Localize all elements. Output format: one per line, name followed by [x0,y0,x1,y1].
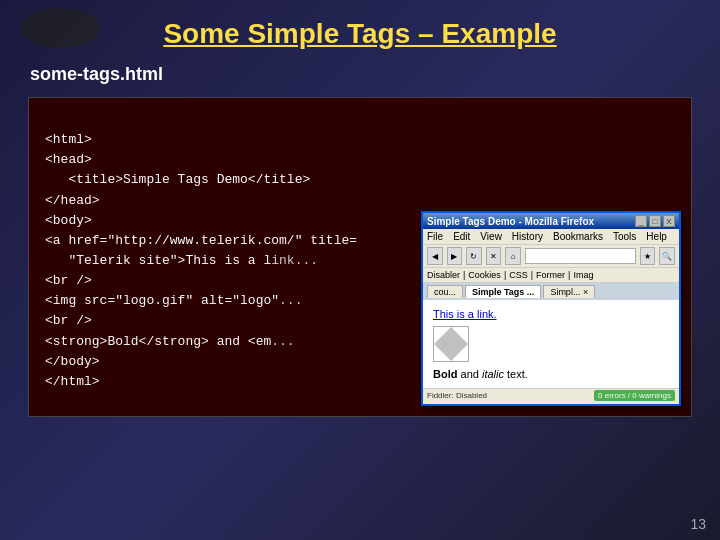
italic-word: italic [482,368,504,380]
browser-content: This is a link. Bold and italic text. [423,300,679,388]
browser-window-controls: _ □ X [635,215,675,227]
browser-toolbar: ◀ ▶ ↻ ✕ ⌂ ★ 🔍 [423,245,679,268]
browser-title: Simple Tags Demo - Mozilla Firefox [427,216,594,227]
forward-button[interactable]: ▶ [447,247,463,265]
stop-button[interactable]: ✕ [486,247,502,265]
addon-separator4: | [568,270,570,280]
menu-history[interactable]: History [512,231,543,242]
image-placeholder [433,326,469,362]
tab-simple-tags[interactable]: Simple Tags ... [465,285,541,298]
logo-oval [20,8,100,48]
rest-text: text. [507,368,528,380]
maximize-button[interactable]: □ [649,215,661,227]
addon-separator2: | [504,270,506,280]
minimize-button[interactable]: _ [635,215,647,227]
search-button[interactable]: 🔍 [659,247,675,265]
addon-imag: Imag [573,270,593,280]
tab-cou[interactable]: cou... [427,285,463,298]
slide-title: Some Simple Tags – Example [163,18,556,50]
page-number: 13 [690,516,706,532]
demo-link[interactable]: This is a link. [433,308,669,320]
address-bar[interactable] [525,248,636,264]
addon-css: CSS [509,270,528,280]
bold-word: Bold [433,368,457,380]
menu-edit[interactable]: Edit [453,231,470,242]
browser-menubar: File Edit View History Bookmarks Tools H… [423,229,679,245]
addon-separator3: | [531,270,533,280]
addon-cookies: Cookies [468,270,501,280]
browser-titlebar: Simple Tags Demo - Mozilla Firefox _ □ X [423,213,679,229]
and-word: and [461,368,479,380]
slide-subtitle: some-tags.html [0,60,720,93]
go-button[interactable]: ★ [640,247,656,265]
menu-tools[interactable]: Tools [613,231,636,242]
addon-disabler: Disabler [427,270,460,280]
code-area: <html> <head> <title>Simple Tags Demo</t… [28,97,692,417]
menu-bookmarks[interactable]: Bookmarks [553,231,603,242]
tab-simpl[interactable]: Simpl... × [543,285,595,298]
addon-bar: Disabler | Cookies | CSS | Former | Imag [423,268,679,283]
browser-statusbar: Fiddler: Disabled 0 errors / 0 warnings [423,388,679,402]
menu-file[interactable]: File [427,231,443,242]
menu-view[interactable]: View [480,231,502,242]
error-status: 0 errors / 0 warnings [594,390,675,401]
fiddler-status: Fiddler: Disabled [427,391,487,400]
bold-italic-text: Bold and italic text. [433,368,669,380]
addon-former: Former [536,270,565,280]
title-bar: Some Simple Tags – Example [0,0,720,60]
slide: Some Simple Tags – Example some-tags.htm… [0,0,720,540]
browser-tabs: cou... Simple Tags ... Simpl... × [423,283,679,300]
addon-separator1: | [463,270,465,280]
reload-button[interactable]: ↻ [466,247,482,265]
menu-help[interactable]: Help [646,231,667,242]
broken-image-icon [434,327,468,361]
browser-window: Simple Tags Demo - Mozilla Firefox _ □ X… [421,211,681,406]
close-button[interactable]: X [663,215,675,227]
back-button[interactable]: ◀ [427,247,443,265]
home-button[interactable]: ⌂ [505,247,521,265]
